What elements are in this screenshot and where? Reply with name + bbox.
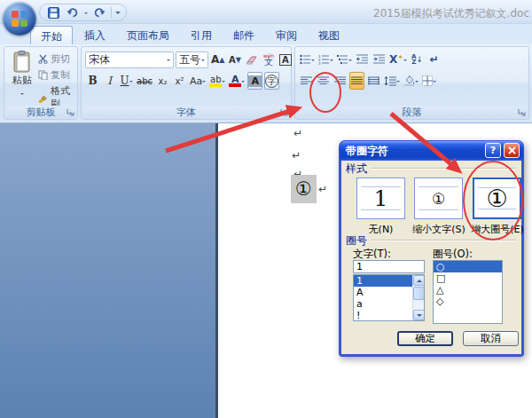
- tab-page-layout[interactable]: 页面布局: [117, 26, 179, 44]
- save-icon: [48, 7, 59, 19]
- borders-button[interactable]: [421, 72, 437, 90]
- decrease-indent-button[interactable]: [355, 51, 370, 68]
- change-case-button[interactable]: Aa: [189, 72, 207, 90]
- cut-button[interactable]: 剪切: [38, 52, 77, 66]
- dialog-title: 带圈字符: [346, 145, 388, 157]
- copy-button[interactable]: 复制: [38, 68, 77, 82]
- numbering-button[interactable]: 123: [317, 51, 334, 68]
- align-right-button[interactable]: [332, 72, 348, 90]
- save-button[interactable]: [45, 5, 61, 20]
- text-listbox[interactable]: 1 A a !: [353, 274, 425, 321]
- dialog-help-button[interactable]: ?: [485, 143, 501, 158]
- tab-references[interactable]: 引用: [181, 26, 222, 44]
- undo-button[interactable]: [65, 5, 81, 20]
- dialog-close-button[interactable]: [504, 143, 520, 158]
- selected-enclosed-character[interactable]: ①: [291, 175, 317, 203]
- copy-icon: [38, 70, 48, 80]
- italic-button[interactable]: I: [102, 72, 117, 90]
- align-center-button[interactable]: [316, 72, 331, 90]
- character-shading-button[interactable]: A: [247, 72, 262, 90]
- paragraph-group-label: 段落: [295, 106, 528, 119]
- underline-button[interactable]: U: [119, 72, 134, 90]
- circle-list-item[interactable]: ○: [434, 261, 502, 272]
- shading-caret: [415, 81, 419, 84]
- justify-button[interactable]: [349, 72, 364, 90]
- multilevel-list-button[interactable]: [336, 51, 353, 68]
- superscript-button[interactable]: x²: [172, 72, 187, 90]
- text-input[interactable]: [353, 260, 425, 273]
- align-right-icon: [334, 76, 346, 86]
- office-button[interactable]: [3, 2, 36, 35]
- decrease-indent-icon: [356, 54, 368, 65]
- bold-button[interactable]: B: [85, 72, 100, 90]
- format-painter-icon: [38, 92, 48, 103]
- shading-bucket-icon: [403, 75, 415, 86]
- paste-button[interactable]: 粘贴: [8, 51, 36, 99]
- cut-label: 剪切: [51, 52, 70, 66]
- paragraph-dialog-launcher-icon[interactable]: [518, 108, 527, 117]
- distributed-button[interactable]: [366, 72, 381, 90]
- justify-icon: [351, 76, 363, 86]
- style-option-enlarge-symbol[interactable]: ①: [473, 177, 521, 219]
- style-section-divider: [371, 168, 516, 170]
- paste-dropdown-caret[interactable]: [20, 93, 24, 97]
- enclose-characters-button[interactable]: 字: [264, 72, 279, 90]
- scroll-thumb[interactable]: [413, 287, 425, 300]
- highlight-button[interactable]: ab: [208, 72, 226, 90]
- tab-review[interactable]: 审阅: [266, 26, 307, 44]
- bullets-caret: [311, 59, 315, 63]
- circle-listbox[interactable]: ○ □ △ ◇: [433, 260, 503, 324]
- sort-button[interactable]: AZ ↓: [410, 51, 425, 68]
- cancel-button[interactable]: 取消: [463, 331, 519, 346]
- grow-font-button[interactable]: A▲: [210, 51, 225, 68]
- clipboard-small-buttons: 剪切 复制 格式刷: [38, 52, 77, 111]
- font-color-caret: [241, 81, 245, 84]
- font-size-caret: [201, 59, 205, 63]
- borders-caret: [433, 81, 436, 84]
- shading-button[interactable]: [403, 72, 419, 90]
- style-option-none[interactable]: 1: [356, 177, 405, 219]
- style-option-shrink-text[interactable]: ①: [414, 177, 463, 219]
- shrink-font-button[interactable]: A▼: [227, 51, 242, 68]
- show-hide-marks-button[interactable]: ↵: [426, 51, 442, 68]
- multilevel-caret: [348, 59, 352, 63]
- line-spacing-button[interactable]: [383, 72, 401, 90]
- character-border-button[interactable]: A: [278, 51, 293, 68]
- multilevel-list-icon: [337, 54, 348, 65]
- ok-button[interactable]: 确定: [397, 331, 453, 346]
- tab-mailings[interactable]: 邮件: [223, 26, 264, 44]
- circle-field-label: 圈号(O):: [433, 248, 473, 261]
- circle-list-item[interactable]: △: [434, 284, 502, 296]
- font-dialog-launcher-icon[interactable]: [280, 108, 289, 117]
- eraser-icon: [246, 54, 258, 65]
- tab-home[interactable]: 开始: [30, 26, 73, 44]
- close-icon: [508, 146, 516, 154]
- clipboard-dialog-launcher-icon[interactable]: [66, 108, 75, 117]
- strikethrough-button[interactable]: abc: [136, 72, 153, 90]
- scroll-down-button[interactable]: [413, 310, 425, 320]
- font-size-combo[interactable]: 五号: [176, 51, 208, 68]
- font-name-combo[interactable]: 宋体: [85, 51, 174, 68]
- dialog-titlebar[interactable]: 带圈字符 ?: [340, 141, 523, 161]
- scroll-up-button[interactable]: [413, 275, 425, 286]
- phonetic-guide-button[interactable]: wén文: [261, 51, 276, 68]
- line-spacing-icon: [384, 76, 396, 86]
- text-list-scrollbar[interactable]: [412, 275, 424, 320]
- circle-list-item[interactable]: □: [434, 272, 502, 284]
- quick-access-toolbar: [39, 4, 127, 21]
- circle-list-item[interactable]: ◇: [434, 296, 502, 307]
- redo-button[interactable]: [91, 5, 107, 20]
- enclose-characters-icon: 字: [265, 75, 278, 88]
- tab-view[interactable]: 视图: [309, 26, 349, 44]
- bullets-button[interactable]: [299, 51, 316, 68]
- increase-indent-button[interactable]: [372, 51, 387, 68]
- font-color-button[interactable]: A: [228, 72, 246, 90]
- clear-formatting-button[interactable]: [244, 51, 259, 68]
- asian-layout-button[interactable]: X✦: [388, 51, 408, 68]
- undo-dropdown-caret[interactable]: [84, 12, 88, 16]
- ribbon-tab-strip: 开始 插入 页面布局 引用 邮件 审阅 视图: [0, 24, 532, 44]
- tab-insert[interactable]: 插入: [74, 26, 115, 44]
- subscript-button[interactable]: x₂: [155, 72, 170, 90]
- qat-more-caret[interactable]: [115, 12, 121, 17]
- align-left-button[interactable]: [299, 72, 314, 90]
